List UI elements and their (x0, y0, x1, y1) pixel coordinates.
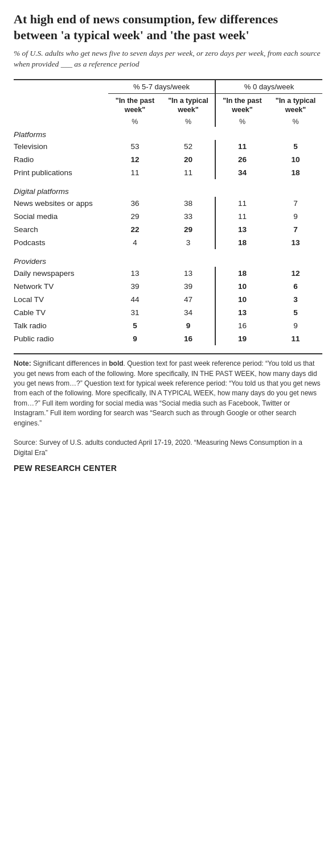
data-cell: 11 (108, 166, 162, 179)
data-cell: 11 (162, 166, 215, 179)
column-group-header-row: % 5-7 days/week % 0 days/week (14, 80, 322, 94)
column-sub-header-row: "In the past week" "In a typical week" "… (14, 93, 322, 117)
data-cell: 4 (108, 236, 162, 249)
table-row: Social media2933119 (14, 210, 322, 223)
data-cell: 6 (269, 280, 322, 293)
data-cell: 3 (269, 293, 322, 306)
table-row: Local TV4447103 (14, 293, 322, 306)
table-row: Search2229137 (14, 223, 322, 236)
pct-sign-row: % % % % (14, 117, 322, 127)
data-cell: 20 (162, 153, 215, 166)
data-cell: 53 (108, 140, 162, 153)
data-cell: 13 (162, 267, 215, 280)
data-cell: 39 (108, 280, 162, 293)
table-row: Podcasts431813 (14, 236, 322, 249)
data-cell: 38 (162, 197, 215, 210)
table-row: Cable TV3134135 (14, 306, 322, 319)
col-header-2: "In a typical week" (162, 93, 215, 117)
col-group-2: % 0 days/week (215, 80, 322, 94)
data-cell: 9 (108, 332, 162, 345)
table-row: Public radio9161911 (14, 332, 322, 345)
pew-logo: PEW RESEARCH CENTER (14, 464, 322, 473)
data-cell: 29 (162, 223, 215, 236)
data-cell: 12 (108, 153, 162, 166)
table-row: Network TV3939106 (14, 280, 322, 293)
data-cell: 5 (269, 306, 322, 319)
pct-1: % (108, 117, 162, 127)
row-label: Daily newspapers (14, 267, 108, 280)
data-cell: 26 (215, 153, 269, 166)
row-label: Talk radio (14, 319, 108, 332)
data-cell: 39 (162, 280, 215, 293)
table-row: Radio12202610 (14, 153, 322, 166)
main-title: At high end of news consumption, few dif… (14, 11, 322, 43)
note-label: Note: (14, 359, 31, 367)
data-cell: 10 (269, 153, 322, 166)
row-label: Local TV (14, 293, 108, 306)
row-label: Public radio (14, 332, 108, 345)
row-label: Print publications (14, 166, 108, 179)
data-cell: 7 (269, 223, 322, 236)
data-cell: 5 (269, 140, 322, 153)
data-cell: 9 (162, 319, 215, 332)
data-cell: 18 (215, 267, 269, 280)
data-cell: 7 (269, 197, 322, 210)
data-cell: 33 (162, 210, 215, 223)
data-cell: 52 (162, 140, 215, 153)
data-cell: 11 (215, 197, 269, 210)
data-cell: 11 (215, 140, 269, 153)
col-header-4: "In a typical week" (269, 93, 322, 117)
col-header-1: "In the past week" (108, 93, 162, 117)
data-cell: 18 (215, 236, 269, 249)
row-label: Cable TV (14, 306, 108, 319)
section-label-row: Digital platforms (14, 179, 322, 197)
data-cell: 12 (269, 267, 322, 280)
data-cell: 11 (269, 332, 322, 345)
row-label: Network TV (14, 280, 108, 293)
data-cell: 29 (108, 210, 162, 223)
row-label: Television (14, 140, 108, 153)
table-row: Talk radio59169 (14, 319, 322, 332)
data-cell: 22 (108, 223, 162, 236)
data-cell: 11 (215, 210, 269, 223)
pct-4: % (269, 117, 322, 127)
row-label: Social media (14, 210, 108, 223)
data-cell: 3 (162, 236, 215, 249)
data-cell: 13 (108, 267, 162, 280)
data-cell: 34 (162, 306, 215, 319)
section-label-row: Providers (14, 249, 322, 267)
row-label: Podcasts (14, 236, 108, 249)
data-cell: 18 (269, 166, 322, 179)
pct-3: % (215, 117, 269, 127)
row-label: News websites or apps (14, 197, 108, 210)
subtitle: % of U.S. adults who get news five to se… (14, 48, 322, 70)
col-group-1: % 5-7 days/week (108, 80, 215, 94)
pct-2: % (162, 117, 215, 127)
data-cell: 31 (108, 306, 162, 319)
data-cell: 36 (108, 197, 162, 210)
data-cell: 9 (269, 319, 322, 332)
data-cell: 10 (215, 293, 269, 306)
note-text: Significant differences in bold. Questio… (14, 359, 321, 427)
data-cell: 13 (269, 236, 322, 249)
data-cell: 44 (108, 293, 162, 306)
table-row: Daily newspapers13131812 (14, 267, 322, 280)
data-cell: 47 (162, 293, 215, 306)
data-cell: 13 (215, 223, 269, 236)
table-row: Television5352115 (14, 140, 322, 153)
note-section: Note: Significant differences in bold. Q… (14, 353, 322, 458)
row-label: Search (14, 223, 108, 236)
source-text: Source: Survey of U.S. adults conducted … (14, 439, 302, 456)
data-cell: 16 (162, 332, 215, 345)
table-row: Print publications11113418 (14, 166, 322, 179)
row-label: Radio (14, 153, 108, 166)
data-cell: 10 (215, 280, 269, 293)
data-cell: 16 (215, 319, 269, 332)
data-cell: 9 (269, 210, 322, 223)
data-cell: 19 (215, 332, 269, 345)
table-row: News websites or apps3638117 (14, 197, 322, 210)
section-label-row: Platforms (14, 127, 322, 140)
col-header-3: "In the past week" (215, 93, 269, 117)
data-cell: 13 (215, 306, 269, 319)
data-cell: 34 (215, 166, 269, 179)
